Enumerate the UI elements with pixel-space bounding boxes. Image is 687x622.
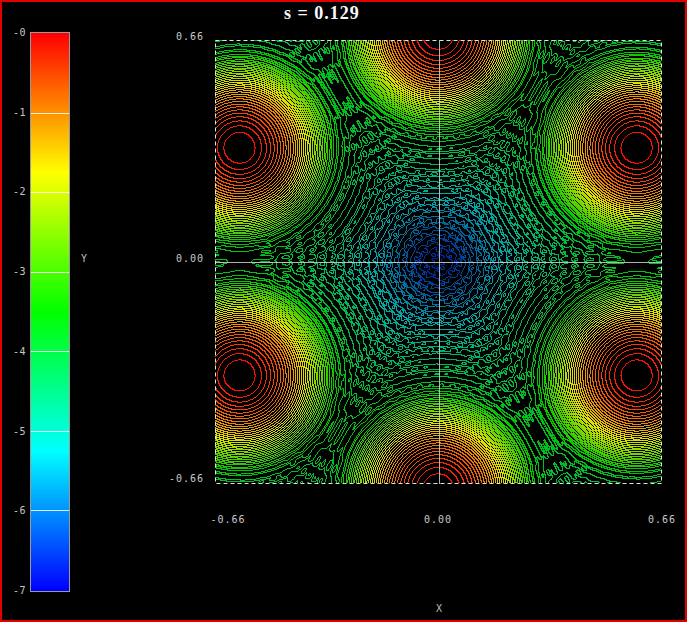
y-tick-label: -0.66 [134, 473, 204, 484]
colorbar-tick-label: -4 [4, 346, 26, 357]
x-tick-label: 0.00 [408, 514, 468, 525]
y-tick-label: 0.00 [134, 253, 204, 264]
colorbar-tick-label: -1 [4, 107, 26, 118]
y-tick-label: 0.66 [134, 31, 204, 42]
colorbar-tick-label: -0 [4, 27, 26, 38]
y-axis-label: Y [76, 253, 92, 264]
colorbar-tick-label: -3 [4, 266, 26, 277]
figure-frame: s = 0.129 -0 -1 -2 -3 -4 -5 -6 -7 Y 0.66… [0, 0, 687, 622]
x-tick-label: 0.66 [632, 514, 687, 525]
colorbar-gradient [30, 32, 70, 592]
x-tick-label: -0.66 [198, 514, 258, 525]
colorbar-tick-label: -2 [4, 186, 26, 197]
colorbar-tick-label: -7 [4, 585, 26, 596]
colorbar-tick-label: -5 [4, 426, 26, 437]
x-axis-label: X [419, 603, 459, 614]
contour-plot-canvas [215, 40, 662, 484]
colorbar-tick-label: -6 [4, 505, 26, 516]
plot-title: s = 0.129 [222, 3, 422, 24]
